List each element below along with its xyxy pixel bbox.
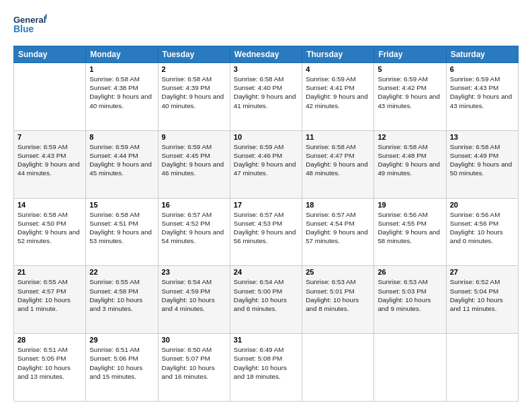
- day-number: 7: [17, 133, 82, 141]
- sunrise-label: Sunrise: 6:59 AM: [450, 75, 500, 83]
- day-number: 11: [306, 133, 370, 141]
- sunrise-label: Sunrise: 6:56 AM: [378, 211, 428, 218]
- day-cell-1-3: 10 Sunrise: 6:59 AM Sunset: 4:46 PM Dayl…: [230, 130, 302, 198]
- sunset-label: Sunset: 4:41 PM: [306, 84, 354, 91]
- day-number: 17: [234, 201, 298, 209]
- day-cell-2-0: 14 Sunrise: 6:58 AM Sunset: 4:50 PM Dayl…: [14, 198, 86, 266]
- day-cell-1-1: 8 Sunrise: 6:59 AM Sunset: 4:44 PM Dayli…: [86, 130, 158, 198]
- sunrise-label: Sunrise: 6:59 AM: [234, 143, 284, 150]
- daylight-label: Daylight: 10 hours and 16 minutes.: [162, 364, 215, 380]
- day-number: 15: [89, 201, 154, 209]
- day-number: 12: [378, 133, 442, 141]
- day-info: Sunrise: 6:53 AM Sunset: 5:01 PM Dayligh…: [306, 277, 370, 313]
- day-info: Sunrise: 6:49 AM Sunset: 5:08 PM Dayligh…: [234, 345, 298, 381]
- day-info: Sunrise: 6:54 AM Sunset: 5:00 PM Dayligh…: [234, 277, 298, 313]
- week-row-2: 7 Sunrise: 6:59 AM Sunset: 4:43 PM Dayli…: [14, 130, 519, 198]
- sunset-label: Sunset: 4:51 PM: [89, 220, 138, 227]
- day-number: 25: [306, 268, 370, 276]
- day-info: Sunrise: 6:57 AM Sunset: 4:52 PM Dayligh…: [162, 210, 226, 246]
- day-cell-0-4: 4 Sunrise: 6:59 AM Sunset: 4:41 PM Dayli…: [302, 63, 374, 131]
- daylight-label: Daylight: 9 hours and 40 minutes.: [89, 93, 152, 109]
- sunset-label: Sunset: 4:54 PM: [306, 220, 354, 227]
- day-number: 2: [162, 65, 226, 73]
- daylight-label: Daylight: 9 hours and 52 minutes.: [17, 228, 80, 244]
- day-number: 13: [450, 133, 515, 141]
- day-cell-4-5: [374, 334, 446, 402]
- sunset-label: Sunset: 4:58 PM: [89, 287, 138, 295]
- day-info: Sunrise: 6:58 AM Sunset: 4:49 PM Dayligh…: [450, 142, 515, 178]
- sunset-label: Sunset: 4:49 PM: [450, 152, 498, 159]
- day-number: 18: [306, 201, 370, 209]
- col-header-saturday: Saturday: [446, 46, 518, 63]
- day-cell-2-4: 18 Sunrise: 6:57 AM Sunset: 4:54 PM Dayl…: [302, 198, 374, 266]
- col-header-sunday: Sunday: [14, 46, 86, 63]
- page: General Blue SundayMondayTuesdayWednesda…: [0, 0, 532, 411]
- logo-svg: General Blue: [13, 12, 47, 40]
- sunrise-label: Sunrise: 6:59 AM: [378, 75, 428, 83]
- sunrise-label: Sunrise: 6:58 AM: [162, 75, 212, 83]
- sunrise-label: Sunrise: 6:53 AM: [378, 278, 428, 285]
- daylight-label: Daylight: 9 hours and 58 minutes.: [378, 228, 440, 244]
- day-info: Sunrise: 6:51 AM Sunset: 5:05 PM Dayligh…: [17, 345, 82, 381]
- daylight-label: Daylight: 9 hours and 48 minutes.: [306, 161, 368, 177]
- day-info: Sunrise: 6:51 AM Sunset: 5:06 PM Dayligh…: [89, 345, 154, 381]
- sunset-label: Sunset: 4:40 PM: [234, 84, 282, 91]
- day-number: 3: [234, 65, 298, 73]
- day-cell-1-0: 7 Sunrise: 6:59 AM Sunset: 4:43 PM Dayli…: [14, 130, 86, 198]
- daylight-label: Daylight: 9 hours and 57 minutes.: [306, 228, 368, 244]
- day-number: 22: [89, 268, 154, 276]
- day-info: Sunrise: 6:58 AM Sunset: 4:39 PM Dayligh…: [162, 75, 226, 110]
- sunset-label: Sunset: 4:42 PM: [378, 84, 426, 91]
- sunset-label: Sunset: 4:57 PM: [17, 287, 66, 295]
- day-info: Sunrise: 6:58 AM Sunset: 4:51 PM Dayligh…: [89, 210, 154, 246]
- sunset-label: Sunset: 5:00 PM: [234, 287, 282, 295]
- day-cell-1-4: 11 Sunrise: 6:58 AM Sunset: 4:47 PM Dayl…: [302, 130, 374, 198]
- day-info: Sunrise: 6:58 AM Sunset: 4:38 PM Dayligh…: [89, 75, 154, 110]
- daylight-label: Daylight: 10 hours and 9 minutes.: [378, 296, 431, 312]
- daylight-label: Daylight: 10 hours and 11 minutes.: [450, 296, 503, 312]
- day-info: Sunrise: 6:57 AM Sunset: 4:54 PM Dayligh…: [306, 210, 370, 246]
- day-cell-4-4: [302, 334, 374, 402]
- day-number: 29: [89, 336, 154, 344]
- daylight-label: Daylight: 9 hours and 50 minutes.: [450, 161, 513, 177]
- logo: General Blue: [13, 12, 47, 40]
- day-number: 28: [17, 336, 82, 344]
- sunset-label: Sunset: 4:45 PM: [162, 152, 210, 159]
- daylight-label: Daylight: 9 hours and 42 minutes.: [306, 93, 368, 109]
- sunrise-label: Sunrise: 6:51 AM: [17, 346, 68, 353]
- col-header-monday: Monday: [86, 46, 158, 63]
- day-cell-4-3: 31 Sunrise: 6:49 AM Sunset: 5:08 PM Dayl…: [230, 334, 302, 402]
- col-header-thursday: Thursday: [302, 46, 374, 63]
- col-header-tuesday: Tuesday: [158, 46, 230, 63]
- sunrise-label: Sunrise: 6:56 AM: [450, 211, 500, 218]
- daylight-label: Daylight: 9 hours and 53 minutes.: [89, 228, 152, 244]
- sunrise-label: Sunrise: 6:57 AM: [162, 211, 212, 218]
- sunrise-label: Sunrise: 6:55 AM: [17, 278, 68, 285]
- sunrise-label: Sunrise: 6:58 AM: [89, 211, 140, 218]
- week-row-1: 1 Sunrise: 6:58 AM Sunset: 4:38 PM Dayli…: [14, 63, 519, 131]
- day-info: Sunrise: 6:52 AM Sunset: 5:04 PM Dayligh…: [450, 277, 515, 313]
- day-cell-2-6: 20 Sunrise: 6:56 AM Sunset: 4:56 PM Dayl…: [446, 198, 518, 266]
- day-info: Sunrise: 6:50 AM Sunset: 5:07 PM Dayligh…: [162, 345, 226, 381]
- day-cell-3-6: 27 Sunrise: 6:52 AM Sunset: 5:04 PM Dayl…: [446, 266, 518, 334]
- day-cell-0-6: 6 Sunrise: 6:59 AM Sunset: 4:43 PM Dayli…: [446, 63, 518, 131]
- sunrise-label: Sunrise: 6:58 AM: [306, 143, 356, 150]
- sunrise-label: Sunrise: 6:54 AM: [234, 278, 284, 285]
- day-cell-0-5: 5 Sunrise: 6:59 AM Sunset: 4:42 PM Dayli…: [374, 63, 446, 131]
- day-number: 19: [378, 201, 442, 209]
- sunset-label: Sunset: 4:39 PM: [162, 84, 210, 91]
- day-info: Sunrise: 6:59 AM Sunset: 4:42 PM Dayligh…: [378, 75, 442, 110]
- daylight-label: Daylight: 10 hours and 15 minutes.: [89, 364, 142, 380]
- daylight-label: Daylight: 10 hours and 6 minutes.: [234, 296, 287, 312]
- day-number: 30: [162, 336, 226, 344]
- day-number: 27: [450, 268, 515, 276]
- day-cell-2-1: 15 Sunrise: 6:58 AM Sunset: 4:51 PM Dayl…: [86, 198, 158, 266]
- day-cell-0-1: 1 Sunrise: 6:58 AM Sunset: 4:38 PM Dayli…: [86, 63, 158, 131]
- day-number: 26: [378, 268, 442, 276]
- day-number: 8: [89, 133, 154, 141]
- day-info: Sunrise: 6:54 AM Sunset: 4:59 PM Dayligh…: [162, 277, 226, 313]
- daylight-label: Daylight: 9 hours and 40 minutes.: [162, 93, 224, 109]
- calendar-table: SundayMondayTuesdayWednesdayThursdayFrid…: [13, 46, 519, 402]
- sunset-label: Sunset: 4:50 PM: [17, 220, 66, 227]
- sunset-label: Sunset: 5:06 PM: [89, 355, 138, 362]
